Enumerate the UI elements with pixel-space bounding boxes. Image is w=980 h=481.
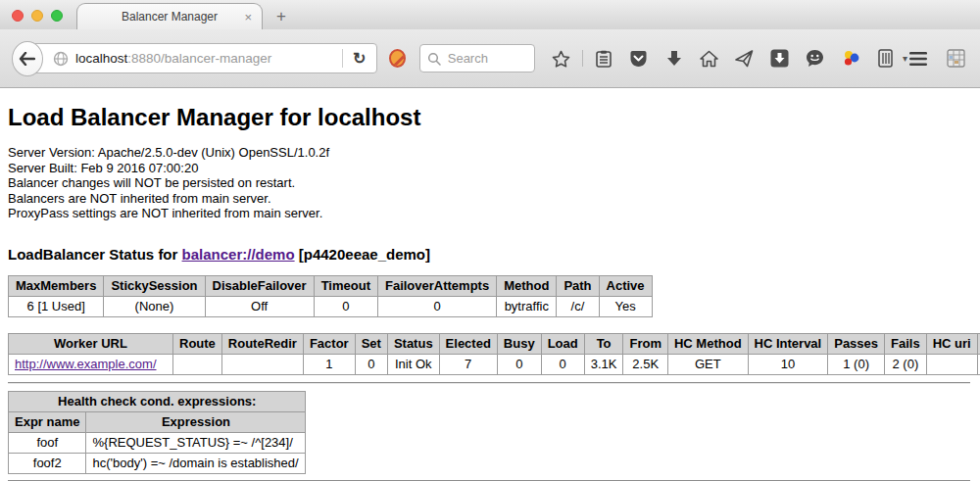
worker-status-table: Worker URL Route RouteRedir Factor Set S…: [8, 333, 980, 375]
bookmark-star-icon[interactable]: [551, 48, 572, 70]
home-icon[interactable]: [699, 48, 720, 70]
browser-window: Balancer Manager × + localhost:8880/bala…: [0, 0, 980, 481]
server-version-line: Server Version: Apache/2.5.0-dev (Unix) …: [8, 145, 972, 161]
inherit-note-line: Balancers are NOT inherited from main se…: [8, 191, 972, 207]
new-tab-button[interactable]: +: [263, 3, 300, 29]
video-download-icon[interactable]: [769, 48, 791, 70]
balancer-demo-link[interactable]: balancer://demo: [182, 246, 295, 263]
col-maxmembers: MaxMembers: [9, 275, 104, 296]
col-elected: Elected: [439, 333, 497, 354]
server-built-line: Server Built: Feb 9 2016 07:00:20: [8, 161, 972, 176]
table-row: foof %{REQUEST_STATUS} =~ /^[234]/: [9, 432, 306, 453]
search-icon: [427, 52, 441, 66]
reload-button[interactable]: ↻: [343, 49, 375, 68]
col-expression: Expression: [86, 411, 306, 432]
cell-worker-url: http://www.example.com/: [9, 354, 173, 374]
page-content: Load Balancer Manager for localhost Serv…: [0, 88, 980, 481]
cell-hc-interval: 10: [748, 354, 828, 374]
col-path: Path: [557, 275, 599, 296]
table-title-row: Health check cond. expressions:: [9, 391, 306, 411]
url-domain: localhost: [75, 51, 127, 66]
persist-note-line: Balancer changes will NOT be persisted o…: [8, 175, 972, 191]
heading-prefix: LoadBalancer Status for: [8, 246, 182, 263]
menu-group: [907, 48, 968, 70]
cell-to: 3.1K: [584, 354, 623, 374]
toolbar-buttons: ▾: [551, 48, 907, 70]
server-info: Server Version: Apache/2.5.0-dev (Unix) …: [8, 145, 972, 221]
col-hc-uri: HC uri: [926, 333, 977, 354]
tab-title: Balancer Manager: [122, 10, 218, 24]
col-factor: Factor: [303, 333, 355, 354]
balancer-settings-table: MaxMembers StickySession DisableFailover…: [8, 275, 653, 317]
cell-passes: 1 (0): [828, 354, 885, 374]
page-title: Load Balancer Manager for localhost: [8, 104, 972, 131]
minimize-window-button[interactable]: [31, 10, 43, 22]
cell-stickysession: (None): [104, 296, 205, 316]
cell-hc-uri: [926, 354, 977, 374]
col-worker-url: Worker URL: [9, 333, 173, 354]
loadbalancer-status-heading: LoadBalancer Status for balancer://demo …: [8, 246, 972, 263]
heading-suffix: [p4420eeae_demo]: [295, 246, 430, 263]
tab-groups-icon[interactable]: [945, 48, 966, 70]
col-fails: Fails: [885, 333, 927, 354]
table-header-row: Expr name Expression: [9, 411, 306, 432]
col-disablefailover: DisableFailover: [205, 275, 314, 296]
cell-factor: 1: [303, 354, 355, 374]
colorful-dots-icon[interactable]: [840, 48, 861, 70]
cell-expr-name: foof2: [9, 453, 86, 473]
cell-status: Init Ok: [387, 354, 439, 374]
cell-expr-name: foof: [9, 432, 86, 453]
table-row: http://www.example.com/ 1 0 Init Ok 7 0 …: [9, 354, 980, 374]
plugin-blocked-icon[interactable]: [389, 49, 406, 68]
col-hc-interval: HC Interval: [748, 333, 828, 354]
col-active: Active: [599, 275, 652, 296]
col-busy: Busy: [497, 333, 541, 354]
feedback-smiley-icon[interactable]: [805, 48, 826, 70]
cell-elected: 7: [439, 354, 497, 374]
cell-routeredir: [221, 354, 303, 374]
col-hc-method: HC Method: [667, 333, 748, 354]
worker-url-link[interactable]: http://www.example.com/: [15, 357, 157, 371]
url-path: :8880/balancer-manager: [127, 51, 271, 66]
cell-from: 2.5K: [623, 354, 668, 374]
cell-method: bytraffic: [497, 296, 557, 316]
cell-load: 0: [541, 354, 584, 374]
cell-active: Yes: [599, 296, 652, 316]
close-tab-icon[interactable]: ×: [244, 11, 252, 24]
menu-icon[interactable]: [907, 48, 929, 70]
back-arrow-icon: [19, 52, 35, 66]
col-load: Load: [541, 333, 584, 354]
search-input[interactable]: [446, 50, 527, 67]
tab-bar: Balancer Manager × +: [0, 0, 980, 29]
fullscreen-window-button[interactable]: [51, 10, 63, 22]
navigation-toolbar: localhost:8880/balancer-manager ↻: [0, 29, 980, 88]
col-stickysession: StickySession: [104, 275, 205, 296]
cell-path: /c/: [557, 296, 599, 316]
tab-balancer-manager[interactable]: Balancer Manager ×: [76, 3, 263, 29]
proxypass-note-line: ProxyPass settings are NOT inherited fro…: [8, 206, 972, 221]
cell-timeout: 0: [314, 296, 377, 316]
close-window-button[interactable]: [12, 10, 24, 22]
cell-expression: %{REQUEST_STATUS} =~ /^[234]/: [86, 432, 306, 453]
cell-fails: 2 (0): [885, 354, 927, 374]
col-expr-name: Expr name: [9, 411, 86, 432]
col-passes: Passes: [828, 333, 885, 354]
cell-hc-method: GET: [667, 354, 748, 374]
cell-disablefailover: Off: [205, 296, 314, 316]
col-method: Method: [497, 275, 557, 296]
table-row: foof2 hc('body') =~ /domain is establish…: [9, 453, 306, 473]
pocket-icon[interactable]: [628, 48, 650, 70]
health-table-title: Health check cond. expressions:: [9, 391, 306, 411]
table-row: 6 [1 Used] (None) Off 0 0 bytraffic /c/ …: [9, 296, 653, 316]
search-bar[interactable]: [419, 44, 535, 72]
table-header-row: MaxMembers StickySession DisableFailover…: [9, 275, 653, 296]
col-set: Set: [355, 333, 387, 354]
cell-maxmembers: 6 [1 Used]: [9, 296, 104, 316]
url-bar[interactable]: localhost:8880/balancer-manager ↻: [24, 43, 377, 73]
downloads-icon[interactable]: [663, 48, 685, 70]
send-icon[interactable]: [734, 48, 756, 70]
container-icon[interactable]: [875, 48, 897, 70]
col-timeout: Timeout: [314, 275, 377, 296]
reading-list-icon[interactable]: [593, 48, 614, 70]
back-button[interactable]: [12, 41, 43, 76]
